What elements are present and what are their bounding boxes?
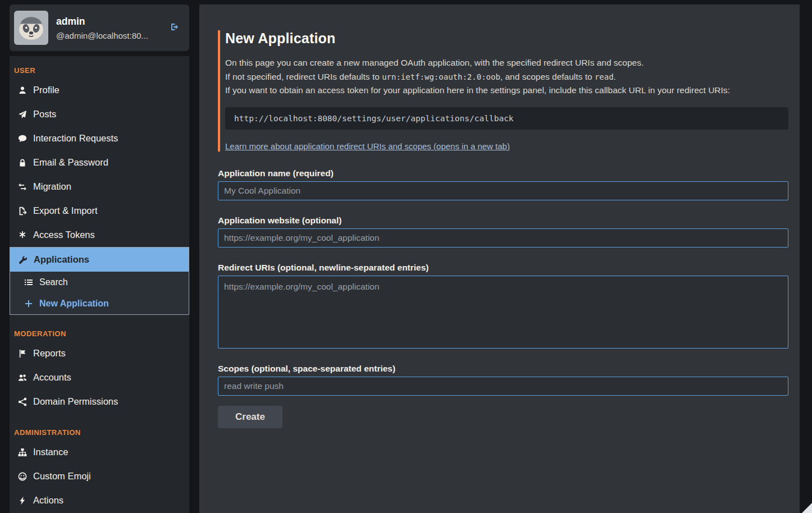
sidebar-nav: USER Profile Posts Interaction Requests … — [10, 56, 189, 513]
user-icon — [17, 85, 27, 95]
resize-corner — [802, 503, 812, 513]
application-website-input[interactable] — [218, 228, 788, 248]
sidebar-item-label: Custom Emoji — [33, 471, 91, 482]
sidebar-item-label: Domain Permissions — [33, 396, 118, 407]
sidebar-item-label: Accounts — [33, 372, 71, 383]
sidebar-item-actions[interactable]: Actions — [10, 488, 189, 512]
intro-line-2: If not specified, redirect URIs defaults… — [225, 70, 788, 84]
sidebar-item-label: Applications — [34, 254, 89, 265]
sidebar-item-label: Access Tokens — [33, 230, 95, 240]
sidebar-item-label: Export & Import — [33, 205, 98, 216]
sidebar-item-interaction-requests[interactable]: Interaction Requests — [10, 126, 189, 150]
sidebar-item-label: Email & Password — [33, 157, 108, 168]
scopes-label: Scopes (optional, space-separated entrie… — [218, 364, 788, 374]
sign-out-icon — [170, 25, 179, 33]
sidebar-item-access-tokens[interactable]: Access Tokens — [10, 223, 189, 247]
sidebar-item-reports[interactable]: Reports — [10, 341, 189, 365]
user-handle: @admin@localhost:80... — [56, 31, 160, 40]
certificate-icon — [17, 230, 27, 240]
sidebar-item-label: Profile — [33, 85, 60, 95]
main-panel: New Application On this page you can cre… — [199, 4, 800, 513]
sidebar-subitem-label: New Application — [39, 299, 109, 309]
sidebar-item-instance[interactable]: Instance — [10, 440, 189, 464]
intro-text: On this page you can create a new manage… — [225, 56, 788, 98]
scopes-input[interactable] — [218, 377, 788, 396]
wrench-icon — [18, 255, 28, 264]
sidebar-item-applications[interactable]: Applications — [10, 248, 189, 272]
create-button[interactable]: Create — [218, 406, 282, 428]
sidebar-item-email-password[interactable]: Email & Password — [10, 150, 189, 175]
lock-icon — [17, 158, 27, 167]
sidebar-item-custom-emoji[interactable]: Custom Emoji — [10, 464, 189, 488]
sidebar-item-label: Reports — [33, 348, 66, 359]
redirect-uris-label: Redirect URIs (optional, newline-separat… — [218, 263, 788, 273]
share-nodes-icon — [17, 397, 27, 406]
learn-more-link[interactable]: Learn more about application redirect UR… — [225, 141, 510, 151]
sidebar: admin @admin@localhost:80... USER Profil… — [10, 4, 189, 513]
page-title: New Application — [225, 30, 788, 47]
inline-code-read: read — [595, 72, 614, 81]
applications-submenu: Search New Application — [10, 272, 189, 314]
sidebar-item-export-import[interactable]: Export & Import — [10, 199, 189, 223]
intro-line-3: If you want to obtain an access token fo… — [225, 84, 788, 98]
sidebar-item-label: Interaction Requests — [33, 133, 118, 144]
sidebar-subitem-label: Search — [39, 277, 68, 287]
new-application-form: Application name (required) Application … — [218, 168, 788, 428]
smile-icon — [17, 471, 27, 481]
sidebar-item-label: Actions — [33, 495, 63, 506]
sidebar-item-domain-permissions[interactable]: Domain Permissions — [10, 390, 189, 414]
scrollbar-track[interactable] — [800, 0, 812, 513]
plus-icon — [24, 299, 33, 309]
bolt-icon — [17, 496, 27, 505]
list-icon — [24, 278, 33, 287]
sidebar-item-accounts[interactable]: Accounts — [10, 365, 189, 390]
sidebar-item-label: Posts — [33, 109, 56, 120]
redirect-uris-textarea[interactable] — [218, 276, 788, 349]
file-export-icon — [17, 206, 27, 216]
users-icon — [17, 373, 27, 382]
sidebar-subitem-search[interactable]: Search — [10, 272, 189, 293]
comment-icon — [17, 134, 27, 143]
sitemap-icon — [17, 447, 27, 457]
user-avatar — [14, 11, 48, 45]
page-header: New Application On this page you can cre… — [218, 30, 788, 152]
sidebar-item-label: Migration — [33, 181, 71, 192]
section-label-user: USER — [14, 66, 189, 75]
sidebar-item-profile[interactable]: Profile — [10, 78, 189, 102]
intro-line-1: On this page you can create a new manage… — [225, 56, 788, 70]
callback-url-code-block: http://localhost:8080/settings/user/appl… — [225, 107, 788, 130]
flag-icon — [17, 349, 27, 358]
application-name-label: Application name (required) — [218, 168, 788, 178]
sidebar-item-posts[interactable]: Posts — [10, 102, 189, 126]
application-name-input[interactable] — [218, 181, 788, 200]
paper-plane-icon — [17, 109, 27, 119]
sidebar-subitem-new-application[interactable]: New Application — [10, 293, 189, 314]
user-info: admin @admin@localhost:80... — [56, 16, 160, 40]
exchange-arrows-icon — [17, 182, 27, 191]
sidebar-item-label: Instance — [33, 447, 68, 457]
section-label-moderation: MODERATION — [14, 329, 189, 338]
inline-code-oob: urn:ietf:wg:oauth:2.0:oob — [382, 72, 500, 81]
applications-group: Applications Search New Application — [10, 247, 189, 315]
sidebar-item-migration[interactable]: Migration — [10, 175, 189, 199]
application-website-label: Application website (optional) — [218, 216, 788, 226]
user-card[interactable]: admin @admin@localhost:80... — [10, 4, 189, 51]
user-name: admin — [56, 16, 85, 27]
section-label-administration: ADMINISTRATION — [14, 428, 189, 437]
logout-button[interactable] — [168, 21, 181, 35]
